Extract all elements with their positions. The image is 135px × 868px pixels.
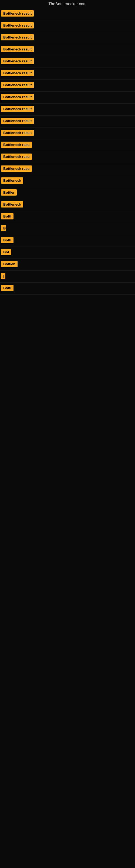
bottleneck-result-badge[interactable]: Bottl	[1, 237, 13, 243]
list-item: Bottleneck result	[0, 80, 135, 92]
list-item: Bottl	[0, 283, 135, 294]
list-item: Bottleneck result	[0, 127, 135, 140]
bottleneck-result-badge[interactable]: Bottleneck result	[1, 94, 34, 100]
site-title: TheBottlenecker.com	[0, 0, 135, 8]
bottleneck-result-badge[interactable]: Bottleneck resu	[1, 154, 32, 160]
bottleneck-result-badge[interactable]: Bottleneck result	[1, 118, 34, 124]
list-item: Bottleneck resu	[0, 140, 135, 151]
bottleneck-result-badge[interactable]: Bot	[1, 249, 11, 255]
list-item: Bottleneck result	[0, 116, 135, 127]
list-item: Bottleneck result	[0, 56, 135, 68]
bottleneck-result-badge[interactable]: Bottleneck result	[1, 46, 34, 52]
bottleneck-result-badge[interactable]: Bottleneck result	[1, 70, 34, 76]
list-item: Bottleneck result	[0, 92, 135, 104]
list-item: Bot	[0, 247, 135, 259]
list-item: |	[0, 271, 135, 283]
bottleneck-result-badge[interactable]: Bottleneck result	[1, 34, 34, 40]
bottleneck-result-badge[interactable]: Bottleneck result	[1, 10, 34, 17]
list-item: Bottleneck	[0, 199, 135, 211]
list-item: Bottleneck resu	[0, 151, 135, 163]
list-item: B	[0, 223, 135, 235]
bottleneck-result-badge[interactable]: Bottleneck result	[1, 22, 34, 29]
list-item: Bottleneck result	[0, 104, 135, 116]
bottleneck-result-badge[interactable]: Bottleneck	[1, 201, 23, 208]
bottleneck-result-badge[interactable]: Bottl	[1, 285, 13, 291]
list-item: Bottl	[0, 235, 135, 247]
bottleneck-result-badge[interactable]: Bottleneck result	[1, 106, 34, 112]
list-item: Bottleneck result	[0, 20, 135, 32]
bottleneck-result-badge[interactable]: Bottler	[1, 189, 17, 195]
bottleneck-result-badge[interactable]: Bottleneck resu	[1, 142, 32, 148]
list-item: Bottleneck	[0, 175, 135, 187]
list-item: Bottleneck result	[0, 44, 135, 56]
bottleneck-result-badge[interactable]: B	[1, 225, 6, 231]
bottleneck-result-badge[interactable]: Bottleneck result	[1, 82, 34, 88]
list-item: Bottleneck result	[0, 68, 135, 80]
list-item: Bottl	[0, 211, 135, 223]
bottleneck-result-badge[interactable]: Bottl	[1, 213, 13, 219]
list-item: Bottlen	[0, 259, 135, 271]
list-item: Bottleneck resu	[0, 163, 135, 175]
bottleneck-result-badge[interactable]: Bottleneck	[1, 177, 23, 184]
bottleneck-result-badge[interactable]: Bottleneck result	[1, 130, 34, 136]
bottleneck-result-badge[interactable]: |	[1, 273, 5, 279]
rows-container: Bottleneck resultBottleneck resultBottle…	[0, 8, 135, 294]
bottleneck-result-badge[interactable]: Bottlen	[1, 261, 17, 267]
list-item: Bottleneck result	[0, 8, 135, 20]
bottleneck-result-badge[interactable]: Bottleneck resu	[1, 165, 32, 172]
site-header: TheBottlenecker.com	[0, 0, 135, 8]
list-item: Bottleneck result	[0, 32, 135, 44]
list-item: Bottler	[0, 187, 135, 199]
bottleneck-result-badge[interactable]: Bottleneck result	[1, 58, 34, 64]
